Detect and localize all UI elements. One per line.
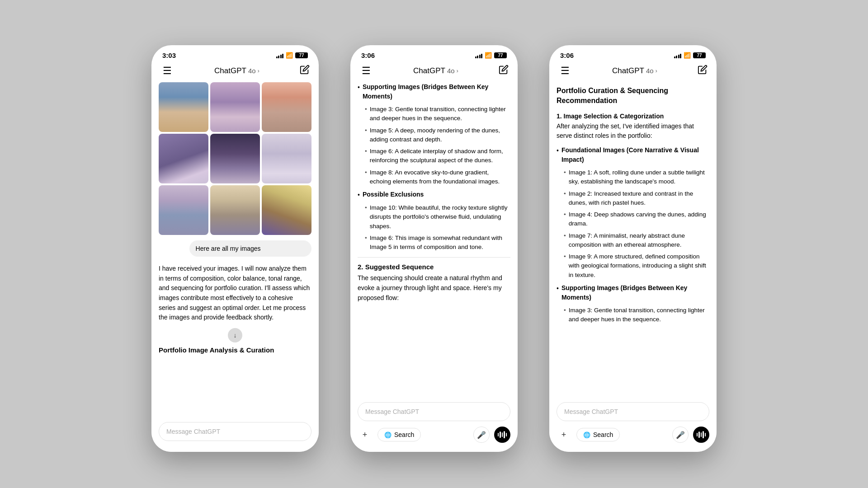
- grid-image-9: [262, 185, 311, 235]
- found-img9: • Image 9: A more structured, defined co…: [557, 252, 709, 280]
- phone-content-3: Portfolio Curation & Sequencing Recommen…: [549, 82, 717, 399]
- model-label-3: 4o: [646, 67, 654, 75]
- plus-button-2[interactable]: +: [358, 427, 372, 442]
- supporting-sub-heading-3: • Supporting Images (Bridges Between Key…: [557, 283, 709, 302]
- exclusion-img10: • Image 10: While beautiful, the rocky t…: [358, 203, 510, 231]
- toolbar-right-2: 🎤: [473, 427, 510, 443]
- edit-icon-2[interactable]: [499, 65, 509, 77]
- image-grid: [159, 82, 311, 235]
- toolbar-right-3: 🎤: [672, 427, 709, 443]
- wave-button-2[interactable]: [494, 427, 510, 443]
- phone-wrapper: 3:03 📶 77 ☰ ChatGPT 4o ›: [151, 36, 717, 452]
- status-icons-3: 📶 77: [674, 52, 706, 59]
- battery-icon-3: 77: [693, 52, 706, 58]
- bottom-toolbar-2: + 🌐 Search 🎤: [358, 425, 510, 445]
- nav-title-2: ChatGPT 4o ›: [413, 66, 458, 75]
- wifi-icon-3: 📶: [684, 52, 691, 59]
- app-name-1: ChatGPT: [214, 66, 246, 75]
- nav-bar-2: ☰ ChatGPT 4o ›: [350, 63, 518, 82]
- app-name-2: ChatGPT: [413, 66, 445, 75]
- mic-button-3[interactable]: 🎤: [672, 427, 689, 443]
- foundational-heading: • Foundational Images (Core Narrative & …: [557, 145, 709, 164]
- exclusion-img6: • Image 6: This image is somewhat redund…: [358, 234, 510, 252]
- chevron-icon-3[interactable]: ›: [656, 67, 657, 74]
- bullet-img3: • Image 3: Gentle tonal transition, conn…: [358, 105, 510, 123]
- globe-icon-3: 🌐: [583, 432, 590, 438]
- message-input-1[interactable]: Message ChatGPT: [159, 422, 311, 441]
- phone-1: 3:03 📶 77 ☰ ChatGPT 4o ›: [151, 45, 319, 452]
- scroll-down-btn-1[interactable]: ↓: [228, 328, 242, 343]
- model-label-1: 4o: [248, 67, 256, 75]
- grid-image-6: [262, 134, 311, 183]
- nav-title-1: ChatGPT 4o ›: [214, 66, 259, 75]
- ai-response-1: I have received your images. I will now …: [159, 264, 311, 323]
- wave-icon-2: [498, 431, 507, 438]
- phone-bottom-1: Message ChatGPT: [151, 418, 319, 452]
- section-heading-1: Portfolio Image Analysis & Curation: [159, 346, 311, 354]
- phone-2: 3:06 📶 77 ☰ ChatGPT 4o ›: [350, 45, 518, 452]
- message-input-2[interactable]: Message ChatGPT: [358, 402, 510, 421]
- status-icons-2: 📶 77: [475, 52, 507, 59]
- divider-2: [358, 257, 510, 258]
- grid-image-4: [159, 134, 208, 183]
- status-time-3: 3:06: [560, 52, 574, 59]
- sequence-body: The sequencing should create a natural r…: [358, 273, 510, 303]
- status-icons-1: 📶 77: [276, 52, 308, 59]
- chevron-icon-1[interactable]: ›: [258, 67, 259, 74]
- status-bar-1: 3:03 📶 77: [151, 45, 319, 63]
- phone-3: 3:06 📶 77 ☰ ChatGPT 4o ›: [549, 45, 717, 452]
- user-message-1: Here are all my images: [189, 240, 311, 257]
- wave-icon-3: [697, 431, 706, 438]
- signal-icon-3: [674, 53, 682, 58]
- plus-button-3[interactable]: +: [557, 427, 571, 442]
- menu-icon-3[interactable]: ☰: [558, 65, 572, 77]
- mic-button-2[interactable]: 🎤: [473, 427, 490, 443]
- menu-icon-1[interactable]: ☰: [160, 65, 174, 77]
- bullet-img8: • Image 8: An evocative sky-to-dune grad…: [358, 168, 510, 187]
- status-bar-3: 3:06 📶 77: [549, 45, 717, 63]
- exclusions-section: • Possible Exclusions • Image 10: While …: [358, 190, 510, 252]
- supporting-section: • Supporting Images (Bridges Between Key…: [358, 82, 510, 186]
- edit-icon-3[interactable]: [698, 65, 708, 77]
- menu-icon-2[interactable]: ☰: [359, 65, 373, 77]
- nav-title-3: ChatGPT 4o ›: [612, 66, 657, 75]
- supporting-subsection-3: • Supporting Images (Bridges Between Key…: [557, 283, 709, 324]
- status-bar-2: 3:06 📶 77: [350, 45, 518, 63]
- found-img1: • Image 1: A soft, rolling dune under a …: [557, 168, 709, 187]
- message-input-3[interactable]: Message ChatGPT: [557, 402, 709, 421]
- nav-bar-3: ☰ ChatGPT 4o ›: [549, 63, 717, 82]
- grid-image-5: [210, 134, 260, 183]
- signal-icon-2: [475, 53, 483, 58]
- app-name-3: ChatGPT: [612, 66, 644, 75]
- grid-image-7: [159, 185, 208, 235]
- grid-image-2: [210, 82, 260, 132]
- sequence-section: 2. Suggested Sequence The sequencing sho…: [358, 263, 510, 303]
- chevron-icon-2[interactable]: ›: [457, 67, 458, 74]
- sequence-heading: 2. Suggested Sequence: [358, 263, 510, 271]
- battery-icon-1: 77: [295, 52, 308, 58]
- signal-icon-1: [276, 53, 284, 58]
- battery-icon-2: 77: [494, 52, 507, 58]
- globe-icon-2: 🌐: [384, 432, 392, 438]
- wave-button-3[interactable]: [693, 427, 709, 443]
- section-selection: 1. Image Selection & Categorization: [557, 113, 709, 120]
- search-pill-3[interactable]: 🌐 Search: [576, 428, 620, 441]
- search-label-3: Search: [593, 431, 613, 438]
- section-title-exclusions: • Possible Exclusions: [358, 190, 510, 200]
- wifi-icon-1: 📶: [286, 52, 293, 59]
- phone-bottom-2: Message ChatGPT + 🌐 Search 🎤: [350, 399, 518, 452]
- search-pill-2[interactable]: 🌐 Search: [377, 428, 421, 441]
- toolbar-left-2: + 🌐 Search: [358, 427, 421, 442]
- edit-icon-1[interactable]: [300, 65, 310, 77]
- bullet-img6a: • Image 6: A delicate interplay of shado…: [358, 147, 510, 165]
- main-title-3: Portfolio Curation & Sequencing Recommen…: [557, 86, 709, 106]
- status-time-1: 3:03: [162, 52, 176, 59]
- found-img4: • Image 4: Deep shadows carving the dune…: [557, 210, 709, 229]
- grid-image-3: [262, 82, 311, 132]
- model-label-2: 4o: [447, 67, 455, 75]
- bullet-img5: • Image 5: A deep, moody rendering of th…: [358, 126, 510, 145]
- foundational-section: • Foundational Images (Core Narrative & …: [557, 145, 709, 280]
- status-time-2: 3:06: [361, 52, 375, 59]
- selection-intro: After analyzing the set, I've identified…: [557, 122, 709, 141]
- toolbar-left-3: + 🌐 Search: [557, 427, 620, 442]
